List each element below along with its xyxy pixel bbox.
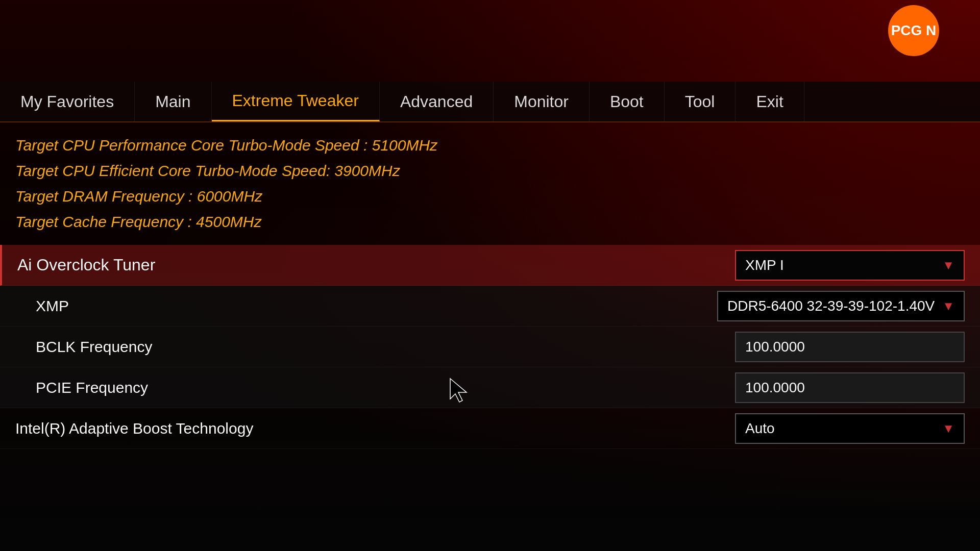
ai-overclock-control[interactable]: XMP I ▼ <box>735 250 965 281</box>
nav-boot[interactable]: Boot <box>590 82 665 121</box>
ai-overclock-dropdown[interactable]: XMP I ▼ <box>735 250 965 281</box>
nav-extreme-tweaker[interactable]: Extreme Tweaker <box>212 82 380 121</box>
bclk-input[interactable]: 100.0000 <box>735 332 965 362</box>
dropdown-arrow-4: ▼ <box>942 421 954 436</box>
xmp-dropdown[interactable]: DDR5-6400 32-39-39-102-1.40V ▼ <box>717 291 965 321</box>
nav-bar: My Favorites Main Extreme Tweaker Advanc… <box>0 82 980 122</box>
nav-advanced[interactable]: Advanced <box>380 82 494 121</box>
ai-overclock-label: Ai Overclock Tuner <box>17 256 155 274</box>
status-line-1: Target CPU Efficient Core Turbo-Mode Spe… <box>15 158 965 184</box>
setting-bclk: BCLK Frequency 100.0000 <box>0 327 980 367</box>
setting-xmp: XMP DDR5-6400 32-39-39-102-1.40V ▼ <box>0 286 980 327</box>
bclk-value: 100.0000 <box>745 339 805 355</box>
xmp-label: XMP <box>36 297 69 315</box>
pcie-label: PCIE Frequency <box>36 379 148 396</box>
dropdown-arrow-1: ▼ <box>942 299 954 313</box>
setting-pcie: PCIE Frequency 100.0000 <box>0 367 980 408</box>
pcie-value: 100.0000 <box>745 380 805 395</box>
intel-adaptive-dropdown[interactable]: Auto ▼ <box>735 413 965 444</box>
xmp-control[interactable]: DDR5-6400 32-39-39-102-1.40V ▼ <box>717 291 965 321</box>
settings-container: Ai Overclock Tuner XMP I ▼ XMP DDR5-6400… <box>0 245 980 449</box>
bclk-label: BCLK Frequency <box>36 338 152 356</box>
nav-exit[interactable]: Exit <box>736 82 804 121</box>
pcie-control[interactable]: 100.0000 <box>735 372 965 403</box>
setting-ai-overclock-tuner: Ai Overclock Tuner XMP I ▼ <box>0 245 980 286</box>
status-line-0: Target CPU Performance Core Turbo-Mode S… <box>15 133 965 158</box>
status-lines: Target CPU Performance Core Turbo-Mode S… <box>0 122 980 240</box>
ai-overclock-value: XMP I <box>745 257 784 273</box>
pcgn-badge: PCG N <box>888 5 939 56</box>
intel-adaptive-control[interactable]: Auto ▼ <box>735 413 965 444</box>
setting-intel-adaptive: Intel(R) Adaptive Boost Technology Auto … <box>0 408 980 449</box>
pcie-input[interactable]: 100.0000 <box>735 372 965 403</box>
intel-adaptive-value: Auto <box>745 420 775 437</box>
status-line-2: Target DRAM Frequency : 6000MHz <box>15 184 965 209</box>
nav-monitor[interactable]: Monitor <box>494 82 590 121</box>
intel-adaptive-label: Intel(R) Adaptive Boost Technology <box>15 420 253 437</box>
xmp-value: DDR5-6400 32-39-39-102-1.40V <box>727 298 935 314</box>
dropdown-arrow-0: ▼ <box>942 258 954 272</box>
bclk-control[interactable]: 100.0000 <box>735 332 965 362</box>
nav-main[interactable]: Main <box>135 82 211 121</box>
nav-favorites[interactable]: My Favorites <box>0 82 135 121</box>
nav-tool[interactable]: Tool <box>665 82 736 121</box>
status-line-3: Target Cache Frequency : 4500MHz <box>15 209 965 235</box>
content-area: Target CPU Performance Core Turbo-Mode S… <box>0 122 980 551</box>
